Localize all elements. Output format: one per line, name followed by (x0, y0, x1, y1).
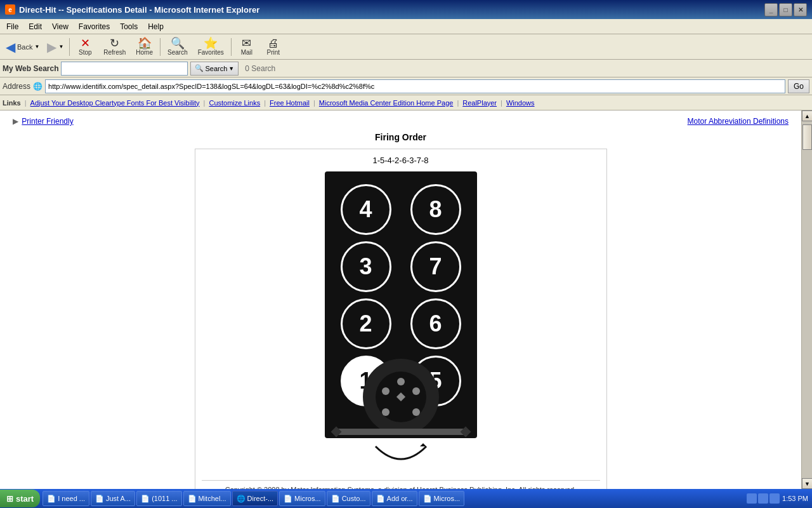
taskbar-item-icon-2: 📄 (141, 495, 150, 503)
my-web-search-label: My Web Search (3, 64, 58, 73)
system-clock: 1:53 PM (782, 495, 808, 502)
taskbar-item-5[interactable]: 📄 Micros... (279, 491, 325, 506)
taskbar-item-1[interactable]: 📄 Just A... (91, 491, 135, 506)
stop-button[interactable]: ✕ Stop (72, 36, 98, 58)
scroll-track[interactable] (802, 121, 812, 478)
forward-arrow-icon: ▶ (47, 39, 56, 55)
go-button[interactable]: Go (788, 79, 809, 93)
start-button[interactable]: ⊞ start (0, 490, 40, 507)
crankshaft-bar-area (202, 429, 600, 474)
toolbar: ◀ Back ▼ ▶ ▼ ✕ Stop ↻ Refresh 🏠 Home 🔍 S… (0, 34, 812, 60)
search-submit-button[interactable]: 🔍 Search ▼ (190, 62, 239, 76)
home-button[interactable]: 🏠 Home (131, 36, 157, 58)
tray-icon-1 (747, 493, 757, 504)
taskbar-right: 1:53 PM (743, 493, 812, 504)
close-button[interactable]: ✕ (794, 3, 807, 17)
back-dropdown-icon: ▼ (34, 44, 39, 50)
link-windows[interactable]: Windows (506, 99, 535, 107)
separator-1 (69, 38, 70, 56)
firing-order-sequence: 1-5-4-2-6-3-7-8 (202, 156, 600, 165)
search-btn-icon: 🔍 (195, 64, 204, 72)
link-sep-5: | (457, 99, 459, 107)
crankshaft (360, 365, 442, 435)
window-controls[interactable]: _ □ ✕ (764, 3, 807, 17)
taskbar-item-icon-5: 📄 (284, 495, 292, 503)
menu-tools[interactable]: Tools (116, 21, 141, 32)
link-sep-2: | (204, 99, 206, 107)
address-input[interactable] (45, 79, 785, 93)
search-bar: My Web Search 🔍 Search ▼ 0 Search (0, 60, 812, 77)
print-button[interactable]: 🖨 Print (261, 36, 286, 58)
taskbar-item-4[interactable]: 🌐 Direct-... (232, 491, 278, 506)
cylinder-4: 4 (341, 184, 391, 235)
web-search-input[interactable] (61, 62, 188, 76)
forward-dropdown-icon: ▼ (58, 44, 63, 50)
taskbar-item-icon-6: 📄 (331, 495, 340, 503)
motor-abbreviation-link[interactable]: Motor Abbreviation Definitions (688, 117, 789, 126)
separator-3 (231, 38, 232, 56)
star-icon: ⭐ (204, 37, 218, 49)
taskbar-item-6[interactable]: 📄 Custo... (327, 491, 370, 506)
taskbar-items: 📄 I need ... 📄 Just A... 📄 (1011 ... 📄 M… (43, 491, 743, 506)
section-title: Firing Order (13, 132, 789, 142)
crank-bar (337, 429, 464, 435)
minimize-button[interactable]: _ (764, 3, 778, 17)
print-icon: 🖨 (268, 37, 279, 49)
link-cleartype[interactable]: Adjust Your Desktop Cleartype Fonts For … (30, 99, 200, 107)
scroll-thumb[interactable] (802, 124, 812, 150)
mail-button[interactable]: ✉ Mail (234, 36, 259, 58)
address-bar: Address 🌐 Go (0, 77, 812, 95)
menu-help[interactable]: Help (144, 21, 167, 32)
taskbar: ⊞ start 📄 I need ... 📄 Just A... 📄 (1011… (0, 489, 812, 508)
forward-button[interactable]: ▶ ▼ (44, 37, 67, 57)
vertical-scrollbar[interactable]: ▲ ▼ (801, 110, 812, 489)
taskbar-item-icon-4: 🌐 (237, 495, 246, 503)
scroll-up-button[interactable]: ▲ (802, 110, 812, 121)
taskbar-item-2[interactable]: 📄 (1011 ... (136, 491, 181, 506)
mail-icon: ✉ (242, 37, 251, 49)
back-arrow-icon: ◀ (6, 39, 15, 55)
search-button[interactable]: 🔍 Search (163, 36, 192, 58)
link-customize[interactable]: Customize Links (209, 99, 260, 107)
favorites-button[interactable]: ⭐ Favorites (193, 36, 228, 58)
svg-marker-0 (420, 443, 426, 446)
scroll-down-button[interactable]: ▼ (802, 478, 812, 489)
separator-2 (160, 38, 160, 56)
windows-logo-icon: ⊞ (6, 494, 13, 504)
rotation-arrow (202, 440, 600, 474)
link-mediacenter[interactable]: Microsoft Media Center Edition Home Page (319, 99, 454, 107)
tray-icon-2 (758, 493, 768, 504)
taskbar-item-0[interactable]: 📄 I need ... (43, 491, 89, 506)
title-bar: e Direct-Hit -- Specifications Detail - … (0, 0, 812, 19)
refresh-button[interactable]: ↻ Refresh (99, 36, 130, 58)
menu-view[interactable]: View (48, 21, 72, 32)
copyright-notice: Copyright © 2008 by Motor Information Sy… (202, 480, 600, 489)
back-button[interactable]: ◀ Back ▼ (3, 37, 43, 57)
search-icon: 🔍 (171, 37, 185, 49)
menu-favorites[interactable]: Favorites (75, 21, 114, 32)
window-title: Direct-Hit -- Specifications Detail - Mi… (19, 5, 259, 15)
stop-icon: ✕ (81, 37, 90, 49)
printer-friendly-link[interactable]: ▶ Printer Friendly (13, 117, 74, 126)
link-hotmail[interactable]: Free Hotmail (270, 99, 310, 107)
menu-edit[interactable]: Edit (25, 21, 46, 32)
ie-icon: e (5, 4, 15, 15)
taskbar-item-icon-7: 📄 (376, 495, 385, 503)
link-realplayer[interactable]: RealPlayer (462, 99, 497, 107)
system-tray (747, 493, 780, 504)
cylinder-8: 8 (410, 184, 461, 235)
menu-file[interactable]: File (3, 21, 22, 32)
taskbar-item-7[interactable]: 📄 Add or... (372, 491, 417, 506)
link-sep-3: | (264, 99, 266, 107)
search-count: 0 Search (245, 64, 275, 73)
maximize-button[interactable]: □ (779, 3, 792, 17)
taskbar-item-8[interactable]: 📄 Micros... (419, 491, 465, 506)
cylinder-6: 6 (410, 298, 461, 349)
main-area: ▶ Printer Friendly Motor Abbreviation De… (0, 110, 812, 489)
home-icon: 🏠 (138, 37, 152, 49)
content-area: ▶ Printer Friendly Motor Abbreviation De… (0, 110, 801, 489)
engine-diagram: 4 8 3 7 2 6 1 5 (325, 171, 477, 438)
cylinder-3: 3 (341, 241, 391, 292)
taskbar-item-icon-1: 📄 (95, 495, 104, 503)
taskbar-item-3[interactable]: 📄 Mitchel... (183, 491, 231, 506)
